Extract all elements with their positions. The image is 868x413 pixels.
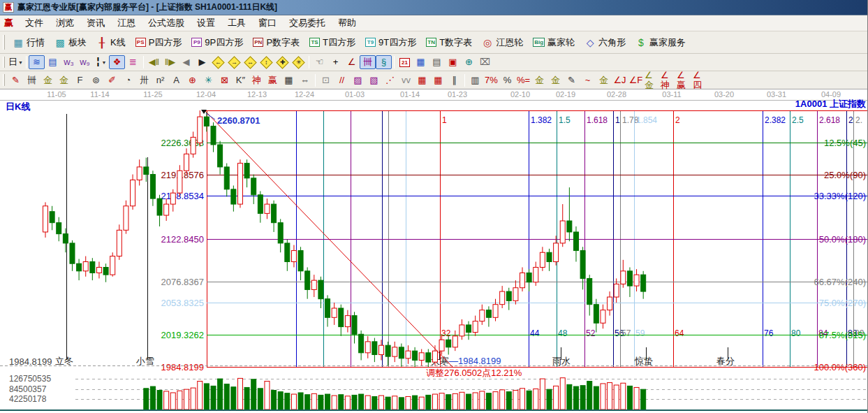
square-plus-tool[interactable]: ⊡ [318,73,334,87]
red-grid2-tool[interactable]: ▦ [430,73,446,87]
first-bar-button[interactable]: ◀‖ [146,55,162,69]
9t-square-button[interactable]: T99T四方形 [360,34,421,51]
last-bar-button[interactable]: ‖▶ [162,55,178,69]
wave-a-tool[interactable]: ~ [580,73,596,87]
menu-item-4[interactable]: 公式选股 [142,15,191,31]
zoom-left-button[interactable]: ← [210,55,226,69]
toolbar-grip[interactable] [3,57,5,68]
a-wave-tool[interactable]: A [168,73,184,87]
pan-hand-tool[interactable]: ☜ [311,55,328,69]
grid2-tool[interactable]: 卅 [136,73,152,87]
grid-tool[interactable]: 卌 [24,73,40,87]
knife-tool[interactable]: ✎ [8,73,24,87]
win-angle-tool[interactable]: ∠赢 [676,73,692,87]
spiral-tool[interactable]: ⊚ [88,73,104,87]
f-square-tool[interactable]: F [72,73,88,87]
kline-button[interactable]: ╂K线 [91,34,131,51]
period-daily-button[interactable]: 日▼ [8,55,24,69]
percent7-tool[interactable]: 7% [483,73,499,87]
zoom-right-button[interactable]: → [226,55,242,69]
p-table-button[interactable]: PNP数字表 [248,34,304,51]
memo-button[interactable]: ▤ [429,55,445,69]
menu-item-9[interactable]: 帮助 [332,15,362,31]
winner-wheel-button[interactable]: Big赢家轮 [528,34,580,51]
zigzag-tool[interactable]: ≋ [29,55,45,69]
web-square-tool[interactable]: ⊠ [216,73,233,87]
gold-circle-tool[interactable]: 金 [531,73,547,87]
menu-item-2[interactable]: 资讯 [80,15,111,31]
zoom-h-button[interactable]: ↔ [242,55,258,69]
percent-tool[interactable]: % [499,73,515,87]
network-button[interactable]: ⊕ [461,55,477,69]
pencil-a-tool[interactable]: ✎ [564,73,580,87]
9p-square-button[interactable]: P99P四方形 [186,34,248,51]
n-square-tool[interactable]: n² [152,73,168,87]
toolbar-grip[interactable] [3,35,5,50]
parallel-tool[interactable]: ∥ [446,73,462,87]
calculator-button[interactable]: ▦ [413,55,429,69]
zoom-all-button[interactable]: ✚ [274,55,290,69]
crosshair-tool[interactable]: + [328,55,344,69]
zoom-fit-button[interactable]: ✳ [290,55,307,69]
f-angle-tool[interactable]: ∠F [628,73,644,87]
gann-pattern-tool[interactable]: 卌 [360,55,376,69]
pattern-tool[interactable]: ❖ [109,55,125,69]
menu-item-5[interactable]: 设置 [191,15,221,31]
prev-bar-button[interactable]: ◀ [178,55,194,69]
save-button[interactable]: ▣ [445,55,461,69]
profile-tool[interactable]: ≣ [125,55,141,69]
calendar-button[interactable]: 21 [397,55,413,69]
client-button[interactable]: ⌧ [477,55,493,69]
sectors-button[interactable]: ▩板块 [50,34,91,51]
quotes-button[interactable]: ▦行情 [8,34,50,51]
wave-v-tool[interactable]: vv [398,73,414,87]
gold-angle-tool[interactable]: ∠金 [644,73,660,87]
j-angle-tool[interactable]: ∠J [612,73,628,87]
menu-item-1[interactable]: 浏览 [50,15,80,31]
red-fan-tool[interactable]: // [334,73,350,87]
title-bar[interactable]: 赢 赢家江恩专业版[赢家内部服务平台] - [上证指数 SH1A0001-111… [0,0,868,15]
clock-tool[interactable]: ◔ [120,73,136,87]
dot-fan-tool[interactable]: ⋰ [382,73,398,87]
win-tool[interactable]: 赢 [265,73,281,87]
gold-square2-tool[interactable]: 金 [56,73,72,87]
hexagon-button[interactable]: ◇六角形 [580,34,631,51]
t-table-button[interactable]: TNT数字表 [421,34,477,51]
span-tool[interactable]: ⇔ [297,73,313,87]
menu-item-3[interactable]: 江恩 [111,15,142,31]
menu-item-6[interactable]: 工具 [221,15,252,31]
wave3-tool[interactable]: w₃ [61,55,77,69]
winner-service-button[interactable]: $赢家服务 [631,34,691,51]
circle-cross-tool[interactable]: ⊕ [184,73,200,87]
toolbar-grip[interactable] [3,74,5,87]
purple-box-tool[interactable]: ▨ [350,73,366,87]
t-square-button[interactable]: TST四方形 [304,34,360,51]
wave9-tool[interactable]: w₉ [77,55,93,69]
knife2-tool[interactable]: ✐ [104,73,120,87]
gold-lines-tool[interactable]: 金 [547,73,564,87]
web-tool[interactable]: ✳ [200,73,216,87]
next-bar-button[interactable]: ▶ [194,55,210,69]
purple-box2-tool[interactable]: ▧ [366,73,382,87]
gann-wheel-button[interactable]: ◎江恩轮 [477,34,528,51]
stats-tool[interactable]: ▥ [467,73,483,87]
kline-chart-svg[interactable]: 11-0511-1411-2512-0412-1312-2401-0301-14… [0,89,868,413]
shen-tool[interactable]: 神 [249,73,265,87]
shen-angle-tool[interactable]: ∠神 [660,73,676,87]
menu-item-7[interactable]: 窗口 [252,15,283,31]
gold-line-tool[interactable]: 金 [596,73,612,87]
price-grid-tool[interactable]: ▦ [281,73,297,87]
red-grid-tool[interactable]: ▦ [414,73,430,87]
single-candle-tool[interactable]: ╏▼ [93,55,109,69]
menu-item-8[interactable]: 交易委托 [283,15,332,31]
menu-item-0[interactable]: 文件 [19,15,50,31]
zoom-v-button[interactable]: ↕ [258,55,274,69]
percent-lines-tool[interactable]: %= [515,73,531,87]
spiral-pattern-tool[interactable]: § [376,55,392,69]
k-note-tool[interactable]: K″ [233,73,249,87]
note-tool[interactable]: ▤ [45,55,61,69]
kline-chart-area[interactable]: 11-0511-1411-2512-0412-1312-2401-0301-14… [0,89,868,413]
angle-measure-tool[interactable]: ∠ [344,55,360,69]
four-angle-tool[interactable]: ∠四 [692,73,708,87]
gold-square-tool[interactable]: 金 [40,73,56,87]
